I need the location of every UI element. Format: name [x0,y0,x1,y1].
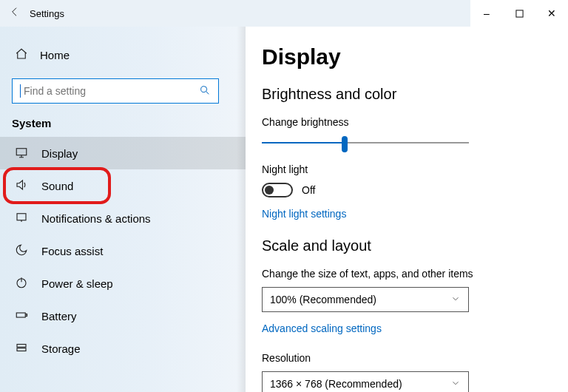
back-button[interactable] [0,6,30,21]
search-icon [199,84,211,98]
sidebar-item-label: Battery [41,310,77,322]
svg-rect-2 [16,148,27,155]
resolution-value: 1366 × 768 (Recommended) [270,378,402,390]
sidebar-item-focus-assist[interactable]: Focus assist [0,234,246,267]
scale-label: Change the size of text, apps, and other… [262,268,546,280]
advanced-scaling-link[interactable]: Advanced scaling settings [262,322,546,334]
chevron-down-icon [450,378,461,391]
battery-icon [15,308,28,324]
app-title: Settings [30,8,64,19]
svg-rect-0 [515,10,522,16]
text-cursor [20,84,21,98]
power-icon [15,276,28,291]
main-panel: Display Brightness and color Change brig… [246,27,568,392]
svg-point-1 [201,86,207,92]
search-field[interactable] [24,85,199,97]
sidebar-item-power-sleep[interactable]: Power & sleep [0,267,246,300]
sidebar-group-label: System [0,117,246,137]
brightness-slider[interactable] [262,135,469,150]
svg-rect-3 [17,213,26,220]
sidebar-item-label: Power & sleep [41,277,113,290]
scale-select[interactable]: 100% (Recommended) [262,287,469,312]
focus-icon [15,243,28,259]
page-title: Display [262,44,546,70]
sidebar-home[interactable]: Home [0,40,246,70]
night-light-toggle[interactable] [262,183,293,197]
scale-value: 100% (Recommended) [270,294,376,305]
sound-icon [15,178,28,194]
sidebar-item-label: Notifications & actions [41,212,151,225]
display-icon [15,146,28,161]
sidebar-home-label: Home [40,49,70,61]
window-close-button[interactable]: ✕ [535,0,568,27]
window-minimize-button[interactable]: – [470,0,503,27]
svg-rect-8 [17,348,26,351]
sidebar-item-label: Storage [41,342,81,355]
sidebar-item-display[interactable]: Display [0,137,246,169]
night-light-settings-link[interactable]: Night light settings [262,208,546,220]
resolution-label: Resolution [262,352,546,364]
svg-rect-5 [16,313,25,317]
search-input[interactable] [12,78,219,104]
svg-rect-6 [26,314,27,316]
sidebar: Home System Display [0,27,246,392]
svg-rect-7 [17,344,26,347]
chevron-down-icon [450,294,461,306]
titlebar: Settings – ✕ [0,0,568,27]
window-maximize-button[interactable] [503,0,535,27]
storage-icon [15,341,28,356]
night-light-state: Off [302,184,315,196]
brightness-label: Change brightness [262,116,546,128]
sidebar-item-notifications[interactable]: Notifications & actions [0,202,246,234]
slider-fill [262,142,345,143]
home-icon [15,47,28,63]
slider-thumb[interactable] [342,136,348,152]
section-scale-title: Scale and layout [262,237,546,254]
night-light-label: Night light [262,163,546,175]
sidebar-item-sound[interactable]: Sound [0,169,246,202]
sidebar-item-label: Focus assist [41,245,103,257]
sidebar-item-storage[interactable]: Storage [0,332,246,365]
toggle-knob [265,186,274,195]
section-brightness-title: Brightness and color [262,86,546,103]
sidebar-item-label: Display [41,147,78,160]
sidebar-item-label: Sound [41,180,73,192]
sidebar-item-battery[interactable]: Battery [0,300,246,332]
resolution-select[interactable]: 1366 × 768 (Recommended) [262,371,469,392]
notifications-icon [15,211,28,226]
